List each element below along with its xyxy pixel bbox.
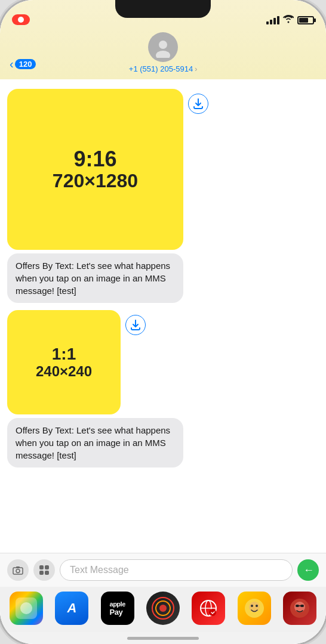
mms-image-row-2: 1:1 240×240: [7, 310, 146, 414]
back-button[interactable]: ‹ 120: [10, 57, 36, 71]
status-right: [266, 15, 314, 25]
bubble-text-2: Offers By Text: Let's see what happens w…: [16, 425, 170, 460]
notch: [115, 0, 211, 18]
svg-rect-25: [296, 605, 299, 607]
signal-bar-3: [273, 18, 276, 24]
signal-bar-2: [270, 20, 272, 24]
dock-app-appstore[interactable]: A: [55, 592, 88, 625]
battery-fill: [299, 18, 308, 23]
svg-point-21: [251, 605, 253, 607]
apps-button[interactable]: [33, 559, 55, 581]
back-count-badge[interactable]: 120: [15, 59, 36, 69]
mms-dimensions-2: 240×240: [36, 364, 92, 379]
dock-app-search[interactable]: [192, 592, 225, 625]
svg-point-18: [209, 609, 216, 616]
battery-icon: [297, 16, 314, 24]
send-button[interactable]: ↑: [297, 559, 319, 581]
text-input-placeholder: Text Message: [70, 565, 129, 575]
mms-ratio-1: 9:16: [73, 147, 116, 171]
svg-rect-7: [45, 565, 49, 569]
svg-rect-26: [300, 605, 304, 607]
messages-area[interactable]: 9:16 720×1280 Offers By Text: Let's see …: [0, 79, 326, 553]
dock: A applePay: [0, 587, 326, 632]
mms-block-2: 1:1 240×240 Offers By Text: Let's see wh…: [7, 310, 319, 467]
send-arrow-icon: ↑: [302, 568, 315, 573]
dock-app-custom[interactable]: [283, 592, 316, 625]
camera-button[interactable]: [7, 559, 29, 581]
signal-bars: [266, 16, 279, 24]
svg-rect-5: [16, 566, 20, 568]
home-indicator: [0, 632, 326, 644]
wifi-icon: [283, 15, 294, 25]
contact-number: +1 (551) 205-5914: [129, 64, 193, 73]
record-dot: [18, 17, 24, 23]
home-bar: [127, 637, 199, 640]
text-bubble-1: Offers By Text: Let's see what happens w…: [7, 253, 183, 303]
mms-image-2[interactable]: 1:1 240×240: [7, 310, 121, 414]
svg-rect-6: [39, 565, 44, 569]
svg-rect-9: [45, 571, 49, 575]
mms-dimensions-1: 720×1280: [53, 171, 138, 191]
status-left: [12, 14, 30, 25]
back-arrow-icon: ‹: [10, 57, 14, 71]
text-bubble-2: Offers By Text: Let's see what happens w…: [7, 418, 183, 467]
svg-rect-3: [13, 568, 23, 574]
bubble-text-1: Offers By Text: Let's see what happens w…: [16, 261, 170, 296]
svg-rect-8: [39, 571, 44, 575]
chevron-right-icon: ›: [195, 65, 197, 73]
dock-app-face-circle[interactable]: [146, 592, 180, 625]
input-bar: Text Message ↑: [0, 553, 326, 587]
svg-point-20: [249, 602, 260, 612]
dock-app-bitmoji[interactable]: [238, 592, 271, 625]
svg-point-24: [294, 602, 305, 612]
signal-bar-1: [266, 21, 269, 24]
dock-app-applepay[interactable]: applePay: [101, 592, 134, 625]
phone-frame: ‹ 120 +1 (551) 205-5914 › 9: [0, 0, 326, 644]
dock-app-photos[interactable]: [10, 592, 43, 625]
signal-bar-4: [277, 16, 279, 24]
contact-avatar[interactable]: [148, 32, 178, 62]
status-bar: [0, 0, 326, 30]
mms-image-1[interactable]: 9:16 720×1280: [7, 89, 183, 250]
record-indicator: [12, 14, 30, 25]
mms-ratio-2: 1:1: [52, 345, 76, 364]
download-button-1[interactable]: [188, 94, 208, 114]
svg-point-14: [159, 605, 167, 612]
svg-point-22: [256, 605, 258, 607]
svg-point-11: [20, 602, 32, 614]
svg-point-4: [16, 569, 20, 572]
download-button-2[interactable]: [125, 315, 146, 335]
svg-point-1: [159, 41, 167, 49]
screen: ‹ 120 +1 (551) 205-5914 › 9: [0, 0, 326, 644]
mms-block-1: 9:16 720×1280 Offers By Text: Let's see …: [7, 89, 319, 303]
mms-image-row-1: 9:16 720×1280: [7, 89, 208, 250]
contact-info[interactable]: +1 (551) 205-5914 ›: [129, 64, 197, 73]
text-input-wrapper[interactable]: Text Message: [60, 559, 293, 581]
